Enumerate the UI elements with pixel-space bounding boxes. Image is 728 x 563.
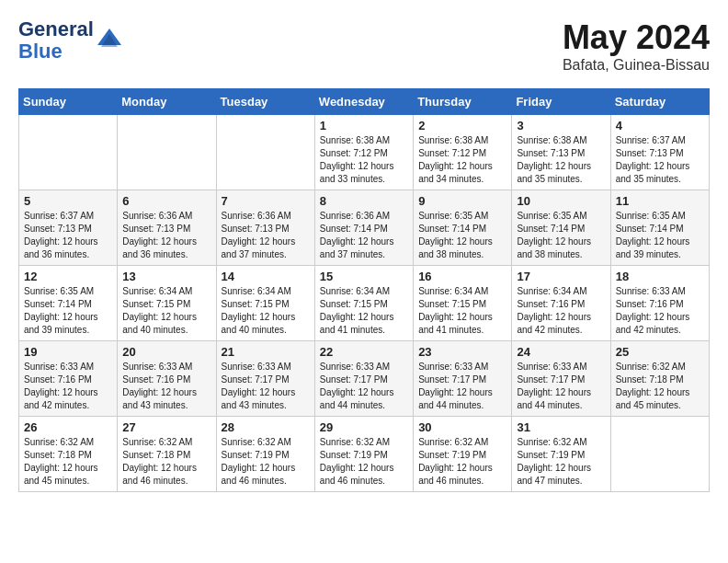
day-info: Sunrise: 6:34 AM Sunset: 7:15 PM Dayligh…: [222, 285, 310, 337]
calendar-cell: 2Sunrise: 6:38 AM Sunset: 7:12 PM Daylig…: [414, 115, 512, 190]
day-info: Sunrise: 6:34 AM Sunset: 7:15 PM Dayligh…: [122, 285, 210, 337]
day-number: 13: [122, 270, 210, 283]
page-header: General Blue May 2024 Bafata, Guinea-Bis…: [18, 18, 710, 74]
day-number: 19: [24, 345, 112, 359]
calendar-cell: 4Sunrise: 6:37 AM Sunset: 7:13 PM Daylig…: [610, 115, 709, 190]
day-number: 8: [320, 194, 408, 208]
calendar-cell: 18Sunrise: 6:33 AM Sunset: 7:16 PM Dayli…: [610, 266, 709, 341]
day-info: Sunrise: 6:33 AM Sunset: 7:16 PM Dayligh…: [122, 361, 210, 412]
calendar-cell: 29Sunrise: 6:32 AM Sunset: 7:19 PM Dayli…: [314, 417, 413, 492]
day-number: 29: [320, 420, 408, 434]
weekday-header: Sunday: [19, 89, 118, 115]
calendar-cell: 25Sunrise: 6:32 AM Sunset: 7:18 PM Dayli…: [610, 341, 709, 417]
day-number: 25: [616, 345, 704, 359]
weekday-header: Thursday: [414, 89, 512, 115]
day-number: 3: [517, 119, 605, 132]
calendar-cell: [610, 417, 709, 492]
calendar-cell: 24Sunrise: 6:33 AM Sunset: 7:17 PM Dayli…: [512, 341, 610, 417]
day-info: Sunrise: 6:38 AM Sunset: 7:12 PM Dayligh…: [418, 134, 506, 186]
calendar-cell: 22Sunrise: 6:33 AM Sunset: 7:17 PM Dayli…: [314, 341, 413, 417]
day-info: Sunrise: 6:37 AM Sunset: 7:13 PM Dayligh…: [24, 210, 112, 261]
day-number: 11: [616, 194, 704, 208]
day-info: Sunrise: 6:33 AM Sunset: 7:16 PM Dayligh…: [24, 361, 112, 412]
calendar-cell: 11Sunrise: 6:35 AM Sunset: 7:14 PM Dayli…: [610, 190, 709, 266]
day-number: 28: [222, 420, 310, 434]
day-number: 27: [122, 420, 210, 434]
day-info: Sunrise: 6:33 AM Sunset: 7:17 PM Dayligh…: [222, 361, 310, 412]
calendar-cell: 12Sunrise: 6:35 AM Sunset: 7:14 PM Dayli…: [19, 266, 118, 341]
calendar-cell: 9Sunrise: 6:35 AM Sunset: 7:14 PM Daylig…: [414, 190, 512, 266]
day-info: Sunrise: 6:33 AM Sunset: 7:17 PM Dayligh…: [320, 361, 408, 412]
calendar-cell: 6Sunrise: 6:36 AM Sunset: 7:13 PM Daylig…: [118, 190, 216, 266]
calendar-cell: 27Sunrise: 6:32 AM Sunset: 7:18 PM Dayli…: [118, 417, 216, 492]
weekday-header: Wednesday: [314, 89, 413, 115]
day-info: Sunrise: 6:34 AM Sunset: 7:16 PM Dayligh…: [517, 285, 605, 337]
calendar-cell: 20Sunrise: 6:33 AM Sunset: 7:16 PM Dayli…: [118, 341, 216, 417]
day-info: Sunrise: 6:32 AM Sunset: 7:18 PM Dayligh…: [616, 361, 704, 412]
day-info: Sunrise: 6:37 AM Sunset: 7:13 PM Dayligh…: [616, 134, 704, 186]
month-title: May 2024: [563, 18, 710, 57]
calendar-cell: 17Sunrise: 6:34 AM Sunset: 7:16 PM Dayli…: [512, 266, 610, 341]
calendar-week-row: 1Sunrise: 6:38 AM Sunset: 7:12 PM Daylig…: [19, 115, 710, 190]
calendar-cell: 14Sunrise: 6:34 AM Sunset: 7:15 PM Dayli…: [216, 266, 314, 341]
weekday-header-row: SundayMondayTuesdayWednesdayThursdayFrid…: [19, 89, 710, 115]
calendar-cell: 10Sunrise: 6:35 AM Sunset: 7:14 PM Dayli…: [512, 190, 610, 266]
day-number: 31: [517, 420, 605, 434]
weekday-header: Friday: [512, 89, 610, 115]
day-info: Sunrise: 6:36 AM Sunset: 7:13 PM Dayligh…: [122, 210, 210, 261]
calendar-cell: 26Sunrise: 6:32 AM Sunset: 7:18 PM Dayli…: [19, 417, 118, 492]
day-number: 23: [418, 345, 506, 359]
day-number: 7: [222, 194, 310, 208]
calendar-cell: 28Sunrise: 6:32 AM Sunset: 7:19 PM Dayli…: [216, 417, 314, 492]
calendar-cell: 13Sunrise: 6:34 AM Sunset: 7:15 PM Dayli…: [118, 266, 216, 341]
calendar-cell: 8Sunrise: 6:36 AM Sunset: 7:14 PM Daylig…: [314, 190, 413, 266]
calendar-cell: 5Sunrise: 6:37 AM Sunset: 7:13 PM Daylig…: [19, 190, 118, 266]
day-number: 18: [616, 270, 704, 283]
calendar-cell: 21Sunrise: 6:33 AM Sunset: 7:17 PM Dayli…: [216, 341, 314, 417]
day-number: 24: [517, 345, 605, 359]
calendar-week-row: 26Sunrise: 6:32 AM Sunset: 7:18 PM Dayli…: [19, 417, 710, 492]
logo-icon: [96, 27, 123, 54]
day-info: Sunrise: 6:32 AM Sunset: 7:19 PM Dayligh…: [222, 436, 310, 488]
day-info: Sunrise: 6:32 AM Sunset: 7:18 PM Dayligh…: [122, 436, 210, 488]
calendar-cell: 1Sunrise: 6:38 AM Sunset: 7:12 PM Daylig…: [314, 115, 413, 190]
day-number: 5: [24, 194, 112, 208]
day-number: 10: [517, 194, 605, 208]
calendar-cell: 3Sunrise: 6:38 AM Sunset: 7:13 PM Daylig…: [512, 115, 610, 190]
logo-text: General Blue: [18, 18, 94, 63]
day-number: 22: [320, 345, 408, 359]
calendar-week-row: 12Sunrise: 6:35 AM Sunset: 7:14 PM Dayli…: [19, 266, 710, 341]
calendar-cell: [216, 115, 314, 190]
day-info: Sunrise: 6:34 AM Sunset: 7:15 PM Dayligh…: [320, 285, 408, 337]
day-number: 14: [222, 270, 310, 283]
day-info: Sunrise: 6:35 AM Sunset: 7:14 PM Dayligh…: [24, 285, 112, 337]
day-info: Sunrise: 6:32 AM Sunset: 7:19 PM Dayligh…: [418, 436, 506, 488]
calendar-cell: [118, 115, 216, 190]
day-info: Sunrise: 6:38 AM Sunset: 7:13 PM Dayligh…: [517, 134, 605, 186]
day-number: 16: [418, 270, 506, 283]
calendar-cell: 23Sunrise: 6:33 AM Sunset: 7:17 PM Dayli…: [414, 341, 512, 417]
day-info: Sunrise: 6:34 AM Sunset: 7:15 PM Dayligh…: [418, 285, 506, 337]
day-number: 2: [418, 119, 506, 132]
day-info: Sunrise: 6:36 AM Sunset: 7:14 PM Dayligh…: [320, 210, 408, 261]
day-info: Sunrise: 6:32 AM Sunset: 7:18 PM Dayligh…: [24, 436, 112, 488]
day-number: 6: [122, 194, 210, 208]
day-number: 26: [24, 420, 112, 434]
day-number: 4: [616, 119, 704, 132]
calendar-cell: [19, 115, 118, 190]
weekday-header: Tuesday: [216, 89, 314, 115]
day-number: 12: [24, 270, 112, 283]
logo: General Blue: [18, 18, 123, 63]
title-block: May 2024 Bafata, Guinea-Bissau: [563, 18, 710, 74]
day-info: Sunrise: 6:32 AM Sunset: 7:19 PM Dayligh…: [517, 436, 605, 488]
calendar-cell: 7Sunrise: 6:36 AM Sunset: 7:13 PM Daylig…: [216, 190, 314, 266]
logo-line2: Blue: [18, 40, 63, 63]
location: Bafata, Guinea-Bissau: [563, 57, 710, 74]
weekday-header: Monday: [118, 89, 216, 115]
day-info: Sunrise: 6:32 AM Sunset: 7:19 PM Dayligh…: [320, 436, 408, 488]
day-info: Sunrise: 6:36 AM Sunset: 7:13 PM Dayligh…: [222, 210, 310, 261]
day-info: Sunrise: 6:33 AM Sunset: 7:17 PM Dayligh…: [418, 361, 506, 412]
day-number: 21: [222, 345, 310, 359]
calendar-week-row: 5Sunrise: 6:37 AM Sunset: 7:13 PM Daylig…: [19, 190, 710, 266]
day-info: Sunrise: 6:33 AM Sunset: 7:16 PM Dayligh…: [616, 285, 704, 337]
